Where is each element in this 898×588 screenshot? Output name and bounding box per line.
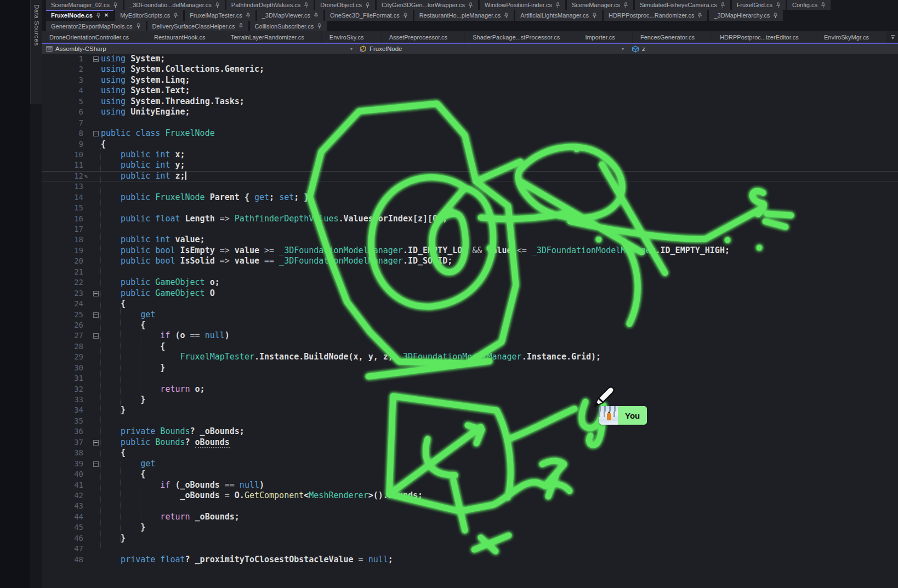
pin-icon[interactable] (592, 13, 597, 19)
pin-icon[interactable] (821, 2, 826, 8)
code-line[interactable]: 10 public int x; (42, 150, 898, 160)
tab-SceneManager_02.cs[interactable]: SceneManager_02.cs (46, 0, 123, 10)
tab-Generator2ExportMapTools.cs[interactable]: Generator2ExportMapTools.cs (46, 21, 146, 31)
document-item-DroneOrientationController.cs[interactable]: DroneOrientationController.cs (42, 31, 146, 43)
code-line[interactable]: 29 FruxelMapTester.Instance.BuildNode(x,… (42, 352, 898, 362)
code-line[interactable]: 17 (42, 224, 898, 235)
tab-Config.cs[interactable]: Config.cs (787, 0, 831, 10)
pin-icon[interactable] (720, 2, 725, 8)
code-line[interactable]: 4using System.Text; (42, 85, 898, 96)
tab-SceneManager.cs[interactable]: SceneManager.cs (567, 0, 633, 10)
tab-DeliverySurfaceClassHelper.cs[interactable]: DeliverySurfaceClassHelper.cs (147, 21, 248, 31)
code-line[interactable]: 2using System.Collections.Generic; (42, 64, 898, 75)
fold-collapse-box[interactable] (92, 459, 101, 469)
code-line[interactable]: 26 { (42, 320, 898, 330)
code-line[interactable]: 8public class FruxelNode (42, 128, 898, 139)
data-sources-vertical-tab[interactable]: Data Sources (30, 0, 42, 104)
tab-FruxelGrid.cs[interactable]: FruxelGrid.cs (732, 0, 786, 10)
tab-CityGen3DGen...torWrapper.cs[interactable]: CityGen3DGen...torWrapper.cs (377, 0, 478, 10)
tab-_3DFoundatio...delManager.cs[interactable]: _3DFoundatio...delManager.cs (124, 0, 225, 10)
code-line[interactable]: 48 private float? _proximityToClosestObs… (42, 555, 898, 565)
document-item-AssetPreprocessor.cs[interactable]: AssetPreprocessor.cs (382, 31, 465, 43)
code-line[interactable]: 5using System.Threading.Tasks; (42, 96, 898, 107)
pin-icon[interactable] (96, 13, 101, 19)
code-line[interactable]: 36 private Bounds? _oBounds; (42, 426, 898, 437)
code-line[interactable]: 44 return _oBounds; (42, 512, 898, 522)
pin-icon[interactable] (173, 13, 178, 19)
fold-collapse-box[interactable] (92, 437, 101, 448)
pin-icon[interactable] (136, 23, 141, 29)
code-line[interactable]: 15 (42, 203, 898, 213)
code-line[interactable]: 33 } (42, 395, 898, 405)
code-line[interactable]: 45 } (42, 522, 898, 533)
tab-PathfinderDepthValues.cs[interactable]: PathfinderDepthValues.cs (226, 0, 314, 10)
code-line[interactable]: 43 (42, 501, 898, 511)
code-line[interactable]: 41 if (_oBounds == null) (42, 480, 898, 490)
tab-FruxelNode.cs[interactable]: FruxelNode.cs✕ (46, 10, 113, 21)
pin-icon[interactable] (365, 2, 370, 8)
code-line[interactable]: 31 (42, 373, 898, 384)
code-line[interactable]: 27 if (o == null) (42, 330, 898, 341)
pin-icon[interactable] (238, 23, 243, 29)
document-item-RestaurantHook.cs[interactable]: RestaurantHook.cs (146, 31, 223, 43)
code-line[interactable]: 37 public Bounds? oBounds (42, 437, 898, 448)
fold-collapse-box[interactable] (92, 310, 101, 320)
code-line[interactable]: 20 public bool IsSolid => value == _3DFo… (42, 256, 898, 266)
pin-icon[interactable] (215, 2, 220, 8)
code-line[interactable]: 35 (42, 416, 898, 426)
tab-FruxelMapTester.cs[interactable]: FruxelMapTester.cs (185, 10, 255, 21)
code-line[interactable]: 25 get (42, 310, 898, 320)
pin-icon[interactable] (403, 13, 408, 19)
code-line[interactable]: 19 public bool IsEmpty => value >= _3DFo… (42, 246, 898, 256)
tab-CollisionSubscriber.cs[interactable]: CollisionSubscriber.cs (250, 21, 327, 31)
pin-icon[interactable] (113, 2, 118, 8)
breadcrumb-member[interactable]: z (632, 44, 645, 54)
pin-icon[interactable] (504, 13, 509, 19)
tab-ArtificialLightsManager.cs[interactable]: ArtificialLightsManager.cs (515, 10, 602, 21)
document-item-FencesGenerator.cs[interactable]: FencesGenerator.cs (633, 31, 712, 43)
tab-DroneObject.cs[interactable]: DroneObject.cs (315, 0, 375, 10)
code-line[interactable]: 24 { (42, 299, 898, 309)
pin-icon[interactable] (776, 2, 781, 8)
document-item-Importer.cs[interactable]: Importer.cs (577, 31, 632, 43)
document-item-TerrainLayerRandomizer.cs[interactable]: TerrainLayerRandomizer.cs (223, 31, 321, 43)
tab-OneSec3D_FileFormat.cs[interactable]: OneSec3D_FileFormat.cs (325, 10, 413, 21)
tab-MyEditorScripts.cs[interactable]: MyEditorScripts.cs (115, 10, 183, 21)
pin-icon[interactable] (468, 2, 473, 8)
code-line[interactable]: 28 { (42, 341, 898, 352)
tab-overflow-button[interactable]: ▼ (891, 35, 895, 40)
code-line[interactable]: 46 } (42, 533, 898, 544)
close-icon[interactable]: ✕ (104, 13, 109, 18)
code-line[interactable]: 22 public GameObject o; (42, 277, 898, 288)
pin-icon[interactable] (304, 2, 309, 8)
code-editor[interactable]: 1using System;2using System.Collections.… (42, 54, 898, 588)
pin-icon[interactable] (314, 13, 319, 19)
code-line[interactable]: 13 (42, 181, 898, 192)
fold-collapse-box[interactable] (92, 128, 101, 139)
code-line[interactable]: 23 public GameObject O (42, 288, 898, 299)
tab-HDRPPostproc...Randomizer.cs[interactable]: HDRPPostproc...Randomizer.cs (604, 10, 708, 21)
fold-collapse-box[interactable] (92, 288, 101, 299)
code-line[interactable]: 16 public float Length => PathfinderDept… (42, 214, 898, 224)
pin-icon[interactable] (697, 13, 702, 19)
code-line[interactable]: 40 { (42, 469, 898, 479)
code-line[interactable]: 11 public int y; (42, 160, 898, 170)
document-item-HDRPPostproc...izerEditor.cs[interactable]: HDRPPostproc...izerEditor.cs (712, 31, 816, 43)
document-item-EnviroSkyMgr.cs[interactable]: EnviroSkyMgr.cs (816, 31, 886, 43)
document-item-EnviroSky.cs[interactable]: EnviroSky.cs (322, 31, 381, 43)
document-item-ShaderPackage...stProcessor.cs[interactable]: ShaderPackage...stProcessor.cs (465, 31, 577, 43)
fold-collapse-box[interactable] (92, 54, 101, 64)
breadcrumb-type[interactable]: FruxelNode (360, 44, 402, 54)
breadcrumb-project[interactable]: Assembly-CSharp (46, 44, 106, 54)
code-line[interactable]: 47 (42, 544, 898, 554)
code-line[interactable]: 39 get (42, 459, 898, 469)
code-line[interactable]: 6using UnityEngine; (42, 107, 898, 117)
pin-icon[interactable] (246, 13, 251, 19)
fold-collapse-box[interactable] (92, 330, 101, 341)
breadcrumb-member-dropdown[interactable]: ▾ (622, 44, 624, 54)
code-line[interactable]: 3using System.Linq; (42, 75, 898, 85)
code-line[interactable]: 32 return o; (42, 384, 898, 395)
code-line[interactable]: 21 (42, 267, 898, 277)
tab-_3DMapViewer.cs[interactable]: _3DMapViewer.cs (257, 10, 323, 21)
code-line[interactable]: 1using System; (42, 54, 898, 64)
